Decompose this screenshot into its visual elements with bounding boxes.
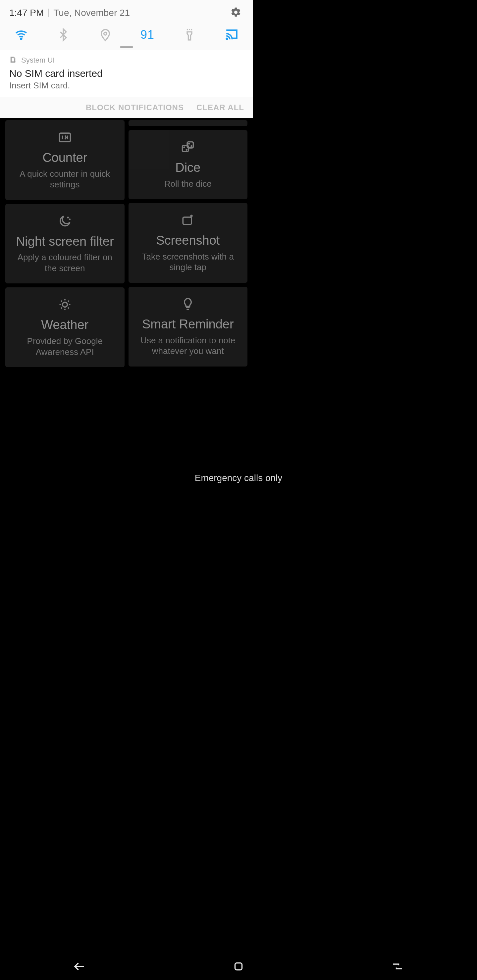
cast-toggle[interactable] <box>222 28 241 42</box>
tile-sub: Apply a coloured filter on the screen <box>12 252 118 274</box>
flashlight-icon <box>182 28 196 42</box>
clear-all-button[interactable]: CLEAR ALL <box>196 103 244 112</box>
tile-title: Counter <box>42 151 87 165</box>
tile-title: Dice <box>175 161 200 175</box>
sun-icon <box>57 298 72 313</box>
tile-smart-reminder[interactable]: Smart Reminder Use a notification to not… <box>129 287 248 366</box>
notification-actions: BLOCK NOTIFICATIONS CLEAR ALL <box>0 97 253 118</box>
bluetooth-icon <box>56 28 70 42</box>
tile-title: Night screen filter <box>16 234 114 249</box>
svg-point-11 <box>188 143 190 144</box>
status-bar: 1:47 PM Tue, November 21 <box>0 0 253 22</box>
svg-point-4 <box>67 217 69 218</box>
svg-point-10 <box>186 149 187 151</box>
svg-rect-13 <box>183 217 192 224</box>
tile-title: Smart Reminder <box>142 317 234 332</box>
wifi-toggle[interactable] <box>11 28 31 42</box>
sim-missing-icon <box>9 56 17 65</box>
svg-point-2 <box>226 38 228 40</box>
location-toggle[interactable] <box>96 28 115 42</box>
wifi-icon <box>14 28 28 42</box>
panel-drag-handle[interactable] <box>120 46 133 48</box>
counter-icon <box>57 130 72 146</box>
clock: 1:47 PM <box>9 8 44 18</box>
notification-title: No SIM card inserted <box>9 68 244 79</box>
moon-icon <box>57 214 72 230</box>
svg-rect-3 <box>59 133 70 142</box>
tile-counter[interactable]: Counter A quick counter in quick setting… <box>5 120 124 200</box>
quick-settings-row: 91 <box>0 22 253 43</box>
svg-point-0 <box>20 38 22 40</box>
tile-sub: Roll the dice <box>164 178 212 189</box>
block-notifications-button[interactable]: BLOCK NOTIFICATIONS <box>86 103 184 112</box>
brightness-value[interactable]: 91 <box>137 28 157 42</box>
screenshot-icon <box>180 213 195 229</box>
svg-point-9 <box>183 147 185 148</box>
bulb-icon <box>180 297 195 313</box>
notification-subtitle: Insert SIM card. <box>9 80 244 91</box>
notification-card[interactable]: System UI No SIM card inserted Insert SI… <box>0 50 253 97</box>
tile-sub: Use a notification to note whatever you … <box>135 335 241 356</box>
tile-screenshot[interactable]: Screenshot Take screenshots with a singl… <box>129 203 248 283</box>
tile-partial[interactable] <box>129 120 248 126</box>
svg-point-5 <box>69 219 70 220</box>
tile-night-filter[interactable]: Night screen filter Apply a coloured fil… <box>5 204 124 284</box>
settings-icon[interactable] <box>230 6 241 19</box>
location-icon <box>98 28 112 42</box>
bluetooth-toggle[interactable] <box>53 28 73 42</box>
emergency-calls-label: Emergency calls only <box>0 473 253 484</box>
date: Tue, November 21 <box>53 8 130 18</box>
svg-point-12 <box>191 146 192 147</box>
background-tiles: Counter A quick counter in quick setting… <box>0 118 253 416</box>
tile-dice[interactable]: Dice Roll the dice <box>129 130 248 199</box>
dice-icon <box>180 140 195 156</box>
tile-title: Screenshot <box>156 234 220 248</box>
tile-sub: Provided by Google Awareness API <box>12 336 118 357</box>
tile-sub: Take screenshots with a single tap <box>135 251 241 273</box>
svg-point-6 <box>62 302 67 307</box>
tile-title: Weather <box>41 318 88 332</box>
tile-sub: A quick counter in quick settings <box>12 169 118 190</box>
cast-icon <box>225 28 238 42</box>
tile-weather[interactable]: Weather Provided by Google Awareness API <box>5 287 124 367</box>
flashlight-toggle[interactable] <box>180 28 199 42</box>
notification-app-name: System UI <box>21 56 55 65</box>
separator <box>48 9 49 17</box>
notification-shade: 1:47 PM Tue, November 21 91 <box>0 0 253 118</box>
svg-point-1 <box>104 32 107 35</box>
